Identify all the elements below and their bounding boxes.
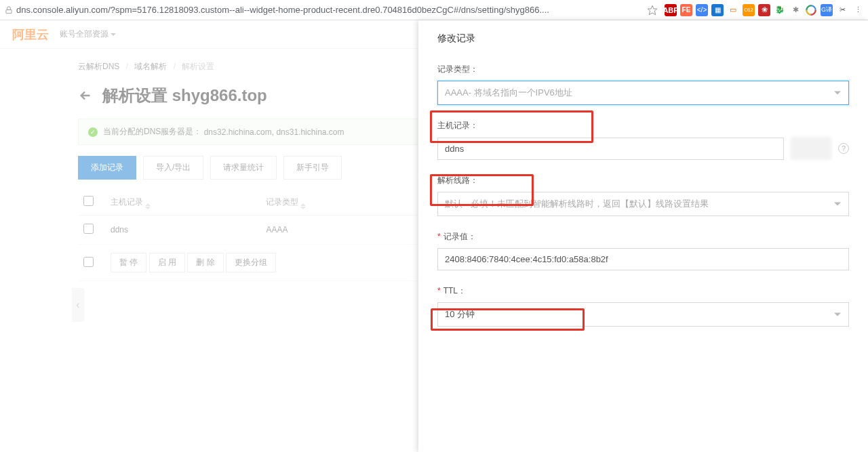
label-ttl: TTL： bbox=[437, 285, 849, 297]
account-selector[interactable]: 账号全部资源 bbox=[60, 28, 116, 40]
brand-logo[interactable]: 阿里云 bbox=[12, 26, 49, 43]
edit-record-drawer: 修改记录 记录类型： AAAA- 将域名指向一个IPV6地址 主机记录： ? 解… bbox=[418, 20, 868, 452]
label-line: 解析线路： bbox=[437, 175, 849, 186]
bookmark-star-icon[interactable] bbox=[647, 5, 658, 16]
banner-text: 当前分配的DNS服务器是： bbox=[103, 126, 201, 138]
banner-servers: dns32.hichina.com, dns31.hichina.com bbox=[204, 127, 344, 137]
cell-host: ddns bbox=[105, 215, 260, 245]
ext-icon-5[interactable]: ▭ bbox=[727, 4, 739, 16]
back-arrow-icon[interactable] bbox=[78, 88, 93, 103]
label-value: 记录值： bbox=[437, 231, 849, 243]
select-record-type[interactable]: AAAA- 将域名指向一个IPV6地址 bbox=[437, 81, 849, 105]
check-circle-icon: ✓ bbox=[88, 127, 98, 137]
svg-rect-0 bbox=[6, 9, 12, 13]
import-export-button[interactable]: 导入/导出 bbox=[143, 156, 203, 180]
select-line[interactable]: 默认 - 必填！未匹配到智能解析线路时，返回【默认】线路设置结果 bbox=[437, 192, 849, 216]
pause-button[interactable]: 暂 停 bbox=[111, 253, 146, 272]
ext-icon-7[interactable]: ❀ bbox=[758, 4, 770, 16]
input-host[interactable] bbox=[437, 138, 784, 160]
request-stats-button[interactable]: 请求量统计 bbox=[210, 156, 277, 180]
label-host: 主机记录： bbox=[437, 120, 849, 131]
ext-icon-4[interactable]: ▦ bbox=[711, 4, 724, 16]
ext-abp-icon[interactable]: ABP bbox=[665, 4, 677, 16]
field-ttl: TTL： 10 分钟 bbox=[437, 285, 849, 327]
domain-suffix-blurred bbox=[791, 137, 831, 160]
field-line: 解析线路： 默认 - 必填！未匹配到智能解析线路时，返回【默认】线路设置结果 bbox=[437, 175, 849, 216]
url-text[interactable]: dns.console.aliyun.com/?spm=5176.1281809… bbox=[16, 5, 549, 15]
crumb-domain-resolve[interactable]: 域名解析 bbox=[134, 62, 167, 71]
crumb-current: 解析设置 bbox=[182, 62, 214, 71]
account-label: 账号全部资源 bbox=[60, 28, 108, 40]
crumb-dns[interactable]: 云解析DNS bbox=[78, 62, 119, 71]
ext-icon-9[interactable]: ✱ bbox=[789, 4, 802, 16]
ext-fehelper-icon[interactable]: FE bbox=[680, 4, 692, 16]
col-type[interactable]: 记录类型 bbox=[260, 189, 416, 215]
ext-icon-8[interactable]: 🐉 bbox=[774, 4, 786, 16]
delete-button[interactable]: 删 除 bbox=[187, 253, 223, 272]
page-title: 解析设置 shyg866.top bbox=[102, 85, 267, 106]
col-host[interactable]: 主机记录 bbox=[105, 189, 260, 215]
lock-icon bbox=[4, 5, 14, 15]
add-record-button[interactable]: 添加记录 bbox=[78, 156, 136, 180]
ext-icon-10[interactable] bbox=[805, 4, 817, 16]
ext-icon-3[interactable]: </> bbox=[696, 4, 708, 16]
extension-icons: ABP FE </> ▦ ▭ O12 ❀ 🐉 ✱ G译 ✂ ⋮ bbox=[660, 4, 864, 16]
row-checkbox[interactable] bbox=[83, 224, 94, 234]
browser-address-bar: dns.console.aliyun.com/?spm=5176.1281809… bbox=[0, 0, 868, 20]
label-record-type: 记录类型： bbox=[437, 64, 849, 75]
input-value[interactable] bbox=[437, 248, 849, 270]
svg-marker-1 bbox=[648, 5, 656, 14]
ext-icon-6[interactable]: O12 bbox=[743, 4, 755, 16]
bulk-checkbox[interactable] bbox=[83, 257, 94, 267]
select-all-checkbox[interactable] bbox=[83, 196, 94, 206]
ext-icon-13[interactable]: ⋮ bbox=[852, 4, 864, 16]
drawer-title: 修改记录 bbox=[437, 33, 849, 45]
field-host-record: 主机记录： ? bbox=[437, 120, 849, 160]
field-record-value: 记录值： bbox=[437, 231, 849, 270]
chevron-down-icon bbox=[111, 33, 116, 36]
field-record-type: 记录类型： AAAA- 将域名指向一个IPV6地址 bbox=[437, 64, 849, 105]
help-icon[interactable]: ? bbox=[838, 143, 849, 154]
cell-type: AAAA bbox=[260, 215, 416, 245]
sort-icon bbox=[300, 203, 306, 209]
enable-button[interactable]: 启 用 bbox=[149, 253, 185, 272]
ext-icon-11[interactable]: G译 bbox=[821, 4, 833, 16]
sort-icon bbox=[145, 203, 151, 209]
select-ttl[interactable]: 10 分钟 bbox=[437, 302, 849, 327]
change-group-button[interactable]: 更换分组 bbox=[226, 253, 276, 272]
collapse-handle[interactable]: ‹ bbox=[72, 288, 84, 322]
ext-icon-12[interactable]: ✂ bbox=[836, 4, 848, 16]
guide-button[interactable]: 新手引导 bbox=[283, 156, 342, 180]
